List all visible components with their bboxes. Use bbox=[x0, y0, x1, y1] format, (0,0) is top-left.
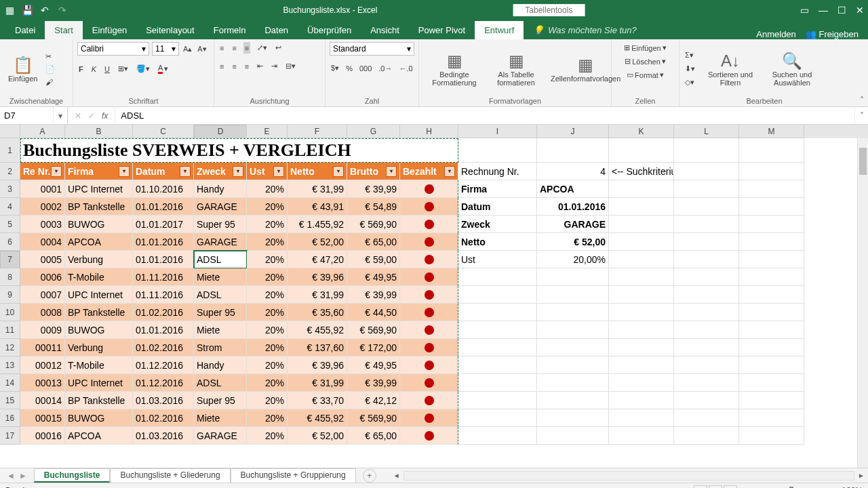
lookup-hint[interactable]: <-- Suchkriterium bbox=[609, 163, 674, 180]
cell-datum[interactable]: 01.03.2016 bbox=[133, 427, 194, 445]
cell[interactable] bbox=[739, 163, 804, 180]
sort-filter-button[interactable]: A↓Sortieren und Filtern bbox=[699, 50, 762, 88]
column-header-D[interactable]: D bbox=[194, 125, 247, 138]
cell-renr[interactable]: 00012 bbox=[20, 357, 65, 374]
merge-icon[interactable]: ⊟▾ bbox=[284, 60, 297, 72]
cell[interactable] bbox=[674, 304, 739, 321]
increase-font-icon[interactable]: A▴ bbox=[182, 42, 193, 56]
cell-renr[interactable]: 00015 bbox=[20, 409, 65, 427]
insert-function-icon[interactable]: fx bbox=[102, 111, 108, 121]
cell[interactable] bbox=[458, 268, 537, 286]
cell[interactable] bbox=[609, 357, 674, 374]
row-header[interactable]: 6 bbox=[0, 233, 20, 251]
cell-netto[interactable]: € 47,20 bbox=[288, 251, 347, 268]
lookup-label[interactable]: Rechnung Nr. bbox=[458, 163, 537, 180]
cell-brutto[interactable]: € 39,99 bbox=[347, 286, 400, 304]
filter-icon[interactable]: ▾ bbox=[180, 166, 191, 177]
row-header[interactable]: 17 bbox=[0, 427, 20, 445]
cell[interactable] bbox=[674, 198, 739, 216]
cell[interactable] bbox=[674, 339, 739, 357]
cell-bezahlt[interactable] bbox=[400, 233, 458, 251]
cell-firma[interactable]: Verbung bbox=[65, 251, 133, 268]
filter-icon[interactable]: ▾ bbox=[119, 166, 130, 177]
table-header[interactable]: Netto▾ bbox=[288, 163, 347, 180]
cell-netto[interactable]: € 31,99 bbox=[288, 180, 347, 198]
row-header[interactable]: 2 bbox=[0, 163, 20, 180]
filter-icon[interactable]: ▾ bbox=[444, 166, 455, 177]
cell-netto[interactable]: € 52,00 bbox=[288, 427, 347, 445]
zoom-level[interactable]: 120% bbox=[842, 486, 863, 489]
row-header[interactable]: 15 bbox=[0, 392, 20, 409]
cell[interactable] bbox=[674, 138, 739, 163]
cell-firma[interactable]: BUWOG bbox=[65, 409, 133, 427]
cell-netto[interactable]: € 33,70 bbox=[288, 392, 347, 409]
cell-datum[interactable]: 01.01.2016 bbox=[133, 251, 194, 268]
cell-datum[interactable]: 01.10.2016 bbox=[133, 180, 194, 198]
filter-icon[interactable]: ▾ bbox=[233, 166, 243, 177]
cell-brutto[interactable]: € 59,00 bbox=[347, 251, 400, 268]
column-header-J[interactable]: J bbox=[537, 125, 609, 138]
cell-bezahlt[interactable] bbox=[400, 339, 458, 357]
cell-firma[interactable]: BUWOG bbox=[65, 216, 133, 233]
sheet-tab[interactable]: Buchungsliste bbox=[34, 468, 111, 483]
cell[interactable] bbox=[739, 268, 804, 286]
cell[interactable] bbox=[609, 409, 674, 427]
cell[interactable] bbox=[458, 392, 537, 409]
cell[interactable] bbox=[458, 138, 537, 163]
cell-brutto[interactable]: € 44,50 bbox=[347, 304, 400, 321]
cell[interactable] bbox=[674, 374, 739, 392]
name-box[interactable] bbox=[0, 107, 53, 124]
cell-ust[interactable]: 20% bbox=[247, 251, 288, 268]
cell-datum[interactable]: 01.01.2017 bbox=[133, 216, 194, 233]
column-header-K[interactable]: K bbox=[609, 125, 674, 138]
cell-renr[interactable]: 0004 bbox=[20, 233, 65, 251]
lookup-val[interactable]: GARAGE bbox=[537, 216, 609, 233]
cell[interactable] bbox=[609, 198, 674, 216]
cell-firma[interactable]: T-Mobile bbox=[65, 268, 133, 286]
dec-decimal-icon[interactable]: ←.0 bbox=[397, 62, 414, 74]
cell-ust[interactable]: 20% bbox=[247, 180, 288, 198]
cell-netto[interactable]: € 52,00 bbox=[288, 233, 347, 251]
cell-bezahlt[interactable] bbox=[400, 251, 458, 268]
orientation-icon[interactable]: ⤢▾ bbox=[256, 42, 269, 54]
cell-brutto[interactable]: € 65,00 bbox=[347, 233, 400, 251]
cell-brutto[interactable]: € 569,90 bbox=[347, 216, 400, 233]
tab-insert[interactable]: Einfügen bbox=[83, 21, 136, 39]
cell-bezahlt[interactable] bbox=[400, 286, 458, 304]
cut-icon[interactable]: ✂ bbox=[44, 51, 56, 62]
cell[interactable] bbox=[739, 251, 804, 268]
cell[interactable] bbox=[537, 357, 609, 374]
cell-zweck[interactable]: Super 95 bbox=[194, 392, 247, 409]
column-header-E[interactable]: E bbox=[247, 125, 288, 138]
delete-cells-button[interactable]: ⊟ Löschen ▾ bbox=[623, 56, 667, 67]
cell[interactable] bbox=[609, 138, 674, 163]
close-icon[interactable]: ✕ bbox=[856, 5, 864, 16]
cell-bezahlt[interactable] bbox=[400, 180, 458, 198]
cell[interactable] bbox=[609, 427, 674, 445]
row-header[interactable]: 5 bbox=[0, 216, 20, 233]
insert-cells-button[interactable]: ⊞ Einfügen ▾ bbox=[623, 42, 667, 54]
clear-icon[interactable]: ◇▾ bbox=[684, 77, 696, 88]
cell-bezahlt[interactable] bbox=[400, 304, 458, 321]
column-header-B[interactable]: B bbox=[65, 125, 133, 138]
cell-netto[interactable]: € 455,92 bbox=[288, 321, 347, 339]
decrease-font-icon[interactable]: A▾ bbox=[196, 42, 208, 56]
cell-renr[interactable]: 00016 bbox=[20, 427, 65, 445]
cell[interactable] bbox=[739, 233, 804, 251]
table-header[interactable]: Bezahlt▾ bbox=[400, 163, 458, 180]
cell[interactable] bbox=[609, 233, 674, 251]
cell-zweck[interactable]: ADSL bbox=[194, 251, 247, 268]
cancel-formula-icon[interactable]: ✕ bbox=[75, 111, 81, 121]
row-header[interactable]: 11 bbox=[0, 321, 20, 339]
cell-datum[interactable]: 01.02.2016 bbox=[133, 304, 194, 321]
cell[interactable] bbox=[674, 251, 739, 268]
cell-datum[interactable]: 01.01.2016 bbox=[133, 198, 194, 216]
row-header[interactable]: 8 bbox=[0, 268, 20, 286]
cell-zweck[interactable]: ADSL bbox=[194, 286, 247, 304]
cell-firma[interactable]: UPC Internet bbox=[65, 180, 133, 198]
cell-brutto[interactable]: € 39,99 bbox=[347, 374, 400, 392]
cell-netto[interactable]: € 35,60 bbox=[288, 304, 347, 321]
cell-firma[interactable]: BUWOG bbox=[65, 321, 133, 339]
tab-review[interactable]: Überprüfen bbox=[298, 21, 361, 39]
cell-netto[interactable]: € 455,92 bbox=[288, 409, 347, 427]
